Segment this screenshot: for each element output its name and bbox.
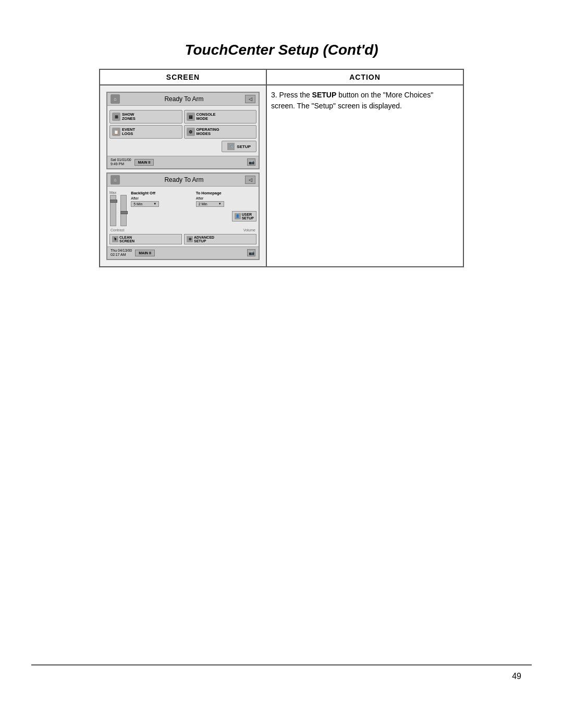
volume-label: Volume bbox=[243, 228, 255, 232]
backlight-arrow: ▼ bbox=[153, 202, 156, 205]
show-zones-btn[interactable]: ⊞ SHOWZONES bbox=[109, 110, 182, 124]
clean-label: CLEANSCREEN bbox=[119, 236, 134, 243]
screen2-main-btn[interactable]: MAIN II bbox=[135, 250, 155, 256]
screen-header: SCREEN bbox=[100, 69, 266, 85]
homepage-arrow: ▼ bbox=[218, 202, 222, 205]
volume-slider-thumb[interactable] bbox=[120, 211, 128, 214]
homepage-select[interactable]: 2 Min ▼ bbox=[196, 201, 224, 207]
page-number: 49 bbox=[512, 672, 521, 681]
page-title: TouchCenter Setup (Cont'd) bbox=[0, 42, 563, 58]
screen2-title: Ready To Arm bbox=[123, 176, 245, 183]
screen-cell: ⌂ Ready To Arm ◁ ⊞ SHOWZONES bbox=[100, 85, 266, 267]
clean-screen-btn[interactable]: 🖱 CLEANSCREEN bbox=[109, 234, 182, 244]
user-setup-btn[interactable]: 👤 USERSETUP bbox=[232, 211, 256, 221]
logs-icon: 📋 bbox=[112, 128, 120, 136]
backlight-value: 5 Min bbox=[133, 202, 142, 206]
action-step: 3. bbox=[271, 91, 277, 99]
action-bold: SETUP bbox=[312, 91, 337, 99]
bottom-btn-row: 🖱 CLEANSCREEN ⚙ ADVANCEDSETUP bbox=[109, 234, 256, 244]
event-logs-btn[interactable]: 📋 EVENTLOGS bbox=[109, 125, 182, 139]
backlight-col: Backlight Off After 5 Min ▼ bbox=[131, 191, 191, 207]
homepage-sub: After bbox=[196, 196, 256, 200]
backlight-select[interactable]: 5 Min ▼ bbox=[131, 201, 159, 207]
contrast-slider-group: Max bbox=[109, 191, 116, 226]
backlight-label: Backlight Off bbox=[131, 191, 191, 195]
setup-controls: Backlight Off After 5 Min ▼ To Homep bbox=[131, 191, 256, 221]
sliders-row: Max bbox=[109, 191, 256, 226]
screen2-home-icon: ⌂ bbox=[111, 175, 120, 184]
advanced-icon: ⚙ bbox=[187, 236, 193, 242]
screen2-time: 02:17 AM bbox=[111, 253, 132, 257]
modes-icon: ⚙ bbox=[187, 128, 195, 136]
action-text: 3. Press the SETUP button on the "More C… bbox=[271, 90, 459, 112]
volume-slider-track[interactable] bbox=[120, 195, 127, 226]
advanced-setup-btn[interactable]: ⚙ ADVANCEDSETUP bbox=[184, 234, 256, 244]
setup-dropdowns-row: Backlight Off After 5 Min ▼ To Homep bbox=[131, 191, 256, 207]
screen2-datetime: Thu 04/13/00 02:17 AM bbox=[111, 249, 132, 257]
screen2-cam-icon: 📷 bbox=[247, 249, 255, 256]
screen1-body: ⊞ SHOWZONES ▤ CONSOLEMODE bbox=[107, 106, 259, 156]
console-mode-label: CONSOLEMODE bbox=[197, 113, 216, 121]
screen1-cam-icon: 📷 bbox=[247, 158, 255, 166]
homepage-col: To Homepage After 2 Min ▼ bbox=[196, 191, 256, 207]
operating-modes-label: OPERATINGMODES bbox=[197, 128, 219, 137]
footer-divider bbox=[31, 664, 532, 665]
advanced-label: ADVANCEDSETUP bbox=[194, 236, 214, 243]
show-zones-label: SHOWZONES bbox=[122, 113, 136, 121]
volume-slider-group bbox=[120, 191, 127, 226]
screen1-home-icon: ⌂ bbox=[111, 94, 120, 104]
operating-modes-btn[interactable]: ⚙ OPERATINGMODES bbox=[184, 125, 257, 139]
screen1-datetime: Sat 01/01/00 9:49 PM bbox=[111, 158, 131, 167]
screen2-back-icon: ◁ bbox=[245, 176, 255, 184]
screen1-btn-grid: ⊞ SHOWZONES ▤ CONSOLEMODE bbox=[109, 110, 256, 139]
action-cell: 3. Press the SETUP button on the "More C… bbox=[266, 85, 463, 267]
main-table: SCREEN ACTION ⌂ Ready To Arm ◁ ⊞ bbox=[99, 69, 464, 267]
screen1-date: Sat 01/01/00 bbox=[111, 158, 131, 162]
homepage-label: To Homepage bbox=[196, 191, 256, 195]
screen2-body: Max bbox=[107, 187, 259, 246]
zones-icon: ⊞ bbox=[112, 113, 120, 121]
console-icon: ▤ bbox=[187, 113, 195, 121]
device-screen-2: ⌂ Ready To Arm ◁ Max bbox=[106, 172, 260, 260]
console-mode-btn[interactable]: ▤ CONSOLEMODE bbox=[184, 110, 257, 124]
contrast-slider-thumb[interactable] bbox=[110, 200, 117, 203]
screen1-back-icon: ◁ bbox=[245, 95, 255, 103]
max-label: Max bbox=[109, 191, 116, 194]
screen1-time: 9:49 PM bbox=[111, 162, 131, 166]
action-text-before: Press the bbox=[279, 91, 312, 99]
screen2-footer: Thu 04/13/00 02:17 AM MAIN II 📷 bbox=[107, 246, 259, 259]
contrast-slider-track[interactable] bbox=[110, 195, 116, 226]
screen1-main-btn[interactable]: MAIN II bbox=[134, 159, 154, 166]
clean-icon: 🖱 bbox=[112, 236, 118, 242]
user-setup-label: USERSETUP bbox=[242, 213, 254, 220]
action-header: ACTION bbox=[266, 69, 463, 85]
contrast-label: Contrast bbox=[111, 228, 124, 232]
homepage-value: 2 Min bbox=[199, 202, 207, 206]
event-logs-label: EVENTLOGS bbox=[122, 128, 135, 137]
screen2-date: Thu 04/13/00 bbox=[111, 249, 132, 253]
screen1-header: ⌂ Ready To Arm ◁ bbox=[107, 93, 259, 106]
screen1-title: Ready To Arm bbox=[123, 95, 245, 103]
screen1-footer: Sat 01/01/00 9:49 PM MAIN II 📷 bbox=[107, 156, 259, 168]
screen2-header: ⌂ Ready To Arm ◁ bbox=[107, 174, 259, 187]
setup-btn-row: 🔧 SETUP bbox=[109, 141, 256, 152]
setup-icon: 🔧 bbox=[227, 143, 235, 150]
setup-label: SETUP bbox=[237, 144, 251, 149]
device-screen-1: ⌂ Ready To Arm ◁ ⊞ SHOWZONES bbox=[106, 92, 260, 169]
max-label-2 bbox=[123, 191, 124, 194]
user-setup-icon: 👤 bbox=[235, 213, 241, 219]
setup-button[interactable]: 🔧 SETUP bbox=[222, 141, 256, 152]
backlight-sub: After bbox=[131, 196, 191, 200]
